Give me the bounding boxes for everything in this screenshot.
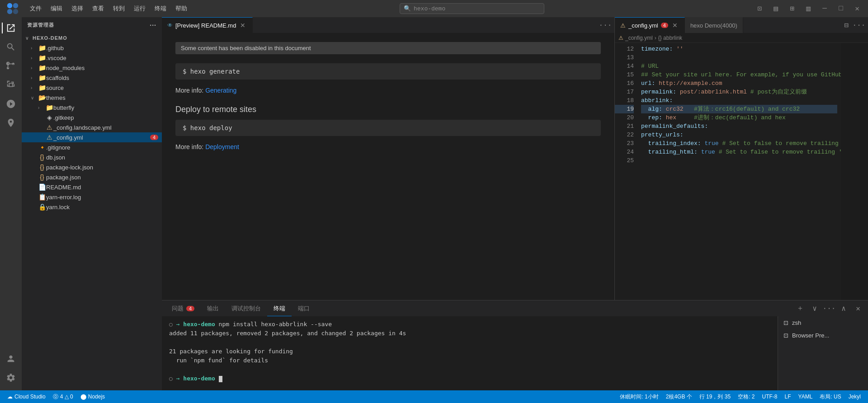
status-line-ending[interactable]: LF [781, 390, 795, 403]
preview-tab-close[interactable]: ✕ [239, 21, 247, 29]
folder-icon-vscode: 📁 [38, 54, 46, 61]
preview-tab-label: [Preview] README.md [175, 22, 236, 29]
panel-tab-bar: 问题 4 输出 调试控制台 终端 端口 [162, 300, 868, 316]
activity-settings[interactable] [2, 369, 20, 387]
tree-item-config-landscape[interactable]: ⚠ _config.landscape.yml [22, 122, 162, 132]
tree-item-yarn-lock[interactable]: 🔒 yarn.lock [22, 202, 162, 212]
preview-link1[interactable]: Generating [205, 87, 236, 94]
code-line-24: trailing_html: true # Set to false to re… [641, 148, 837, 156]
activity-remote[interactable] [2, 114, 20, 132]
status-layout[interactable]: 布局: US [816, 390, 844, 403]
tree-item-readme[interactable]: 📄 README.md [22, 182, 162, 192]
status-jekyll[interactable]: Jekyl [845, 390, 864, 403]
svg-point-2 [7, 9, 12, 14]
activity-account[interactable] [2, 350, 20, 368]
activity-run-debug[interactable] [2, 95, 20, 113]
preview-more-btn[interactable]: ··· [600, 20, 611, 31]
status-encoding[interactable]: UTF-8 [759, 390, 781, 403]
tree-item-github[interactable]: › 📁 .github [22, 43, 162, 53]
svg-point-0 [7, 3, 12, 8]
status-language[interactable]: YAML [795, 390, 816, 403]
split-btn[interactable]: ⊞ [785, 1, 799, 16]
menu-run[interactable]: 运行 [129, 0, 150, 17]
status-errors[interactable]: ⓪ 4 △ 0 [49, 390, 77, 403]
main-layout: 资源管理器 ··· ∨ HEXO-DEMO › 📁 .github › 📁 .v… [0, 17, 868, 390]
tree-item-node-modules[interactable]: › 📁 node_modules [22, 63, 162, 73]
code-editor[interactable]: 12 13 14 15 16 17 18 19 20 21 [615, 43, 868, 300]
editor-area: 👁 [Preview] README.md ✕ ··· Some content… [162, 17, 868, 390]
sidebar-title: 资源管理器 ··· [22, 17, 162, 33]
menu-select[interactable]: 选择 [67, 0, 88, 17]
panel-tab-ports[interactable]: 端口 [292, 300, 316, 316]
close-btn[interactable]: ✕ [850, 1, 864, 16]
panel-tab-problems[interactable]: 问题 4 [165, 300, 201, 316]
preview-link2[interactable]: Deployment [205, 143, 239, 150]
terminal-area[interactable]: ○ → hexo-demo npm install hexo-abbrlink … [162, 316, 778, 390]
tree-item-package-lock[interactable]: {} package-lock.json [22, 162, 162, 172]
panel-tab-output[interactable]: 输出 [201, 300, 225, 316]
status-resources[interactable]: 2核4GB 个 [662, 390, 696, 403]
activity-search[interactable] [2, 38, 20, 56]
tree-item-package-json[interactable]: {} package.json [22, 172, 162, 182]
app-logo[interactable] [4, 0, 22, 17]
activity-git[interactable] [2, 57, 20, 75]
folder-icon-github: 📁 [38, 44, 46, 52]
code-tab-hexo[interactable]: hexo Demo(4000) [685, 17, 743, 33]
terminal-new-btn[interactable]: ＋ [794, 302, 807, 315]
menu-help[interactable]: 帮助 [171, 0, 192, 17]
preview-tab[interactable]: 👁 [Preview] README.md ✕ [162, 17, 253, 33]
tree-item-vscode[interactable]: › 📁 .vscode [22, 53, 162, 63]
menu-terminal[interactable]: 终端 [150, 0, 171, 17]
status-nodejs[interactable]: ⬤ Nodejs [77, 390, 108, 403]
panel-item-zsh[interactable]: ⊡ zsh [778, 316, 868, 329]
panel-tab-debug[interactable]: 调试控制台 [225, 300, 267, 316]
terminal-more-btn[interactable]: ··· [823, 302, 835, 315]
preview-content: Some content has been disabled in this d… [162, 33, 614, 300]
maximize-btn[interactable]: □ [834, 1, 848, 16]
code-tab-close[interactable]: ✕ [671, 21, 679, 29]
tree-item-db-json[interactable]: {} db.json [22, 152, 162, 162]
activity-extensions[interactable] [2, 76, 20, 94]
status-sleep-time[interactable]: 休眠时间: 1小时 [616, 390, 662, 403]
status-bar: ☁ Cloud Studio ⓪ 4 △ 0 ⬤ Nodejs 休眠时间: 1小… [0, 390, 868, 403]
status-spaces[interactable]: 空格: 2 [734, 390, 758, 403]
cloud-icon: ☁ [7, 394, 13, 400]
restore-window-btn[interactable]: ⊡ [752, 1, 767, 16]
status-cursor-pos[interactable]: 行 19，列 35 [696, 390, 734, 403]
search-text: hexo-demo [414, 5, 445, 12]
code-split-btn[interactable]: ⊟ [841, 20, 852, 31]
menu-edit[interactable]: 编辑 [46, 0, 67, 17]
tree-item-source[interactable]: › 📁 source [22, 83, 162, 93]
code-tab-badge: 4 [661, 23, 668, 28]
config-yml-badge: 4 [150, 135, 158, 140]
terminal-split-btn[interactable]: ∨ [808, 302, 821, 315]
preview-code2: $ hexo deploy [175, 120, 601, 136]
menu-goto[interactable]: 转到 [108, 0, 129, 17]
folder-icon-node-modules: 📁 [38, 64, 46, 71]
search-box[interactable]: 🔍 hexo-demo [400, 3, 544, 14]
minimize-btn[interactable]: ─ [817, 1, 832, 16]
tree-item-butterfly[interactable]: › 📁 butterfly [22, 103, 162, 112]
menu-view[interactable]: 查看 [88, 0, 108, 17]
sidebar-btn[interactable]: ▥ [801, 1, 816, 16]
code-tab-config[interactable]: ⚠ _config.yml 4 ✕ [615, 17, 685, 33]
panel-tab-terminal[interactable]: 终端 [267, 300, 292, 316]
sidebar-more-btn[interactable]: ··· [150, 22, 156, 29]
code-editor-area[interactable]: 12 13 14 15 16 17 18 19 20 21 [615, 43, 868, 300]
tree-item-themes[interactable]: ∨ 📂 themes [22, 93, 162, 103]
terminal-close-btn[interactable]: ✕ [852, 302, 864, 315]
tree-item-scaffolds[interactable]: › 📁 scaffolds [22, 73, 162, 83]
tree-item-yarn-error[interactable]: 📋 yarn-error.log [22, 192, 162, 202]
code-lines[interactable]: timezone: '' # URL ## Set your site url … [637, 43, 841, 300]
terminal-maximize-btn[interactable]: ∧ [837, 302, 850, 315]
code-more-btn[interactable]: ··· [854, 20, 864, 31]
tree-item-config-yml[interactable]: ⚠ _config.yml 4 [22, 132, 162, 142]
activity-explorer[interactable] [2, 19, 20, 37]
menu-file[interactable]: 文件 [25, 0, 46, 17]
panel-item-browser[interactable]: ⊡ Browser Pre... [778, 329, 868, 342]
tree-item-gitignore[interactable]: 🔸 .gitignore [22, 142, 162, 152]
tree-root[interactable]: ∨ HEXO-DEMO [22, 33, 162, 43]
layout-btn[interactable]: ▤ [769, 1, 783, 16]
status-cloud-studio[interactable]: ☁ Cloud Studio [4, 390, 49, 403]
tree-item-gitkeep[interactable]: ◈ .gitkeep [22, 112, 162, 122]
